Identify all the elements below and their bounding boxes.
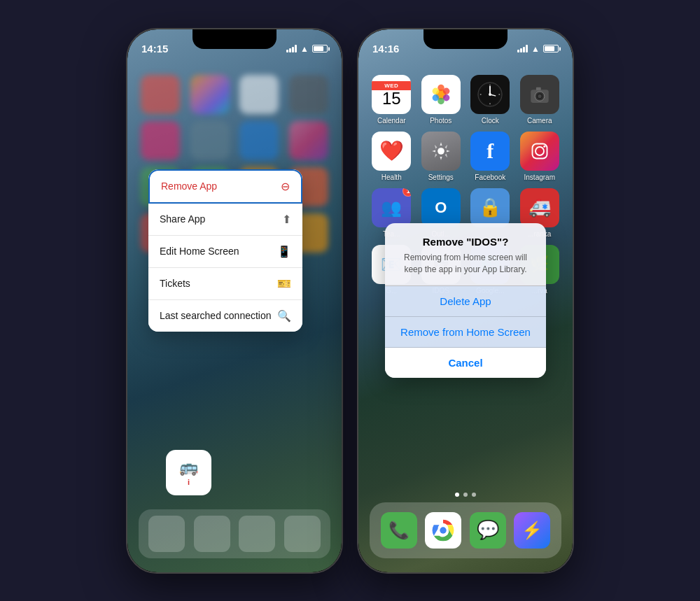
time-left: 14:15 — [141, 43, 168, 55]
tickets-label: Tickets — [160, 278, 190, 289]
status-icons-left: ▲ — [286, 44, 328, 54]
search-recent-icon: 🔍 — [277, 309, 291, 323]
battery-icon — [312, 45, 328, 52]
notch-left — [192, 29, 276, 49]
alert-title: Remove "IDOS"? — [395, 236, 536, 248]
left-dock — [139, 509, 330, 558]
right-phone: 14:16 ▲ WED 15 Calendar — [357, 28, 574, 574]
remove-from-homescreen-button[interactable]: Remove from Home Screen — [385, 317, 546, 348]
remove-app-label: Remove App — [161, 181, 217, 192]
alert-overlay: Remove "IDOS"? Removing from Home screen… — [358, 29, 573, 572]
wifi-icon: ▲ — [300, 44, 309, 54]
share-app-label: Share App — [160, 213, 205, 225]
edit-home-item[interactable]: Edit Home Screen 📱 — [148, 236, 302, 268]
delete-app-button[interactable]: Delete App — [385, 286, 546, 317]
context-menu[interactable]: Remove App ⊖ Share App ⬆ Edit Home Scree… — [148, 169, 302, 332]
dock-item-1 — [148, 516, 185, 552]
remove-app-item[interactable]: Remove App ⊖ — [148, 169, 302, 204]
tickets-item[interactable]: Tickets 🎫 — [148, 268, 302, 300]
alert-message: Removing from Home screen will keep the … — [395, 252, 536, 276]
alert-content: Remove "IDOS"? Removing from Home screen… — [385, 223, 546, 285]
last-searched-item[interactable]: Last searched connection 🔍 — [148, 300, 302, 332]
share-app-item[interactable]: Share App ⬆ — [148, 204, 302, 236]
dock-item-4 — [284, 516, 321, 552]
left-phone: 14:15 ▲ Remove App ⊖ — [126, 28, 343, 574]
remove-icon: ⊖ — [281, 180, 290, 193]
signal-icon — [286, 45, 297, 52]
edit-icon: 📱 — [277, 245, 291, 258]
featured-app-idos[interactable]: 🚌 i — [166, 450, 211, 495]
alert-dialog[interactable]: Remove "IDOS"? Removing from Home screen… — [385, 223, 546, 377]
dock-item-2 — [194, 516, 230, 552]
ticket-icon: 🎫 — [277, 277, 291, 290]
dock-item-3 — [239, 516, 275, 552]
cancel-button[interactable]: Cancel — [385, 348, 546, 378]
edit-home-label: Edit Home Screen — [160, 246, 239, 257]
share-icon: ⬆ — [282, 213, 291, 226]
last-searched-label: Last searched connection — [160, 310, 272, 321]
